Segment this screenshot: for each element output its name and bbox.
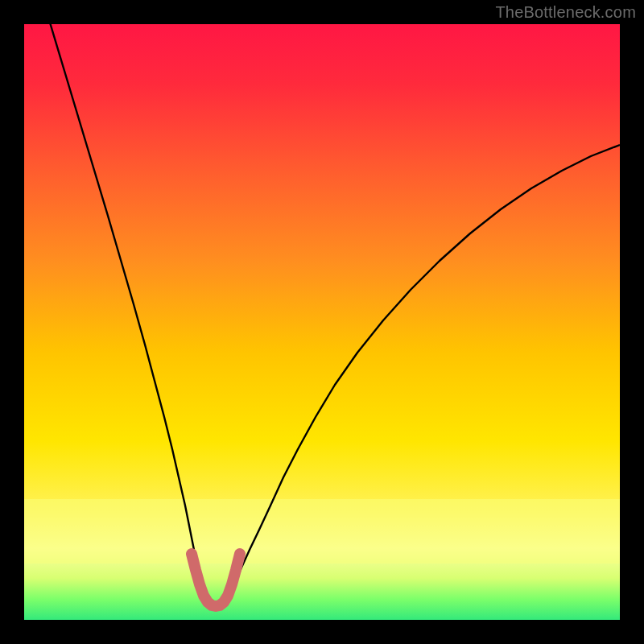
watermark-text: TheBottleneck.com [495,3,636,22]
highlight-band [24,499,620,564]
chart-frame: TheBottleneck.com [0,0,644,644]
bottleneck-chart [0,0,644,644]
